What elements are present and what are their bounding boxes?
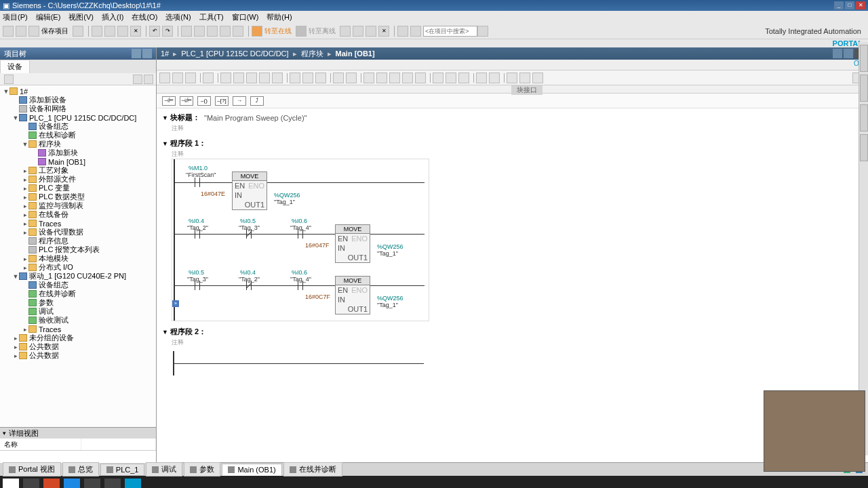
- cut-icon[interactable]: [92, 26, 102, 37]
- status-tab[interactable]: 在线并诊断: [283, 462, 342, 476]
- r2-a2[interactable]: %I0.5: [240, 218, 256, 224]
- r3-a2[interactable]: %I0.4: [240, 269, 256, 276]
- ed-tool-icon[interactable]: [346, 73, 357, 83]
- menu-tools[interactable]: 工具(T): [199, 12, 224, 22]
- tb-icon[interactable]: [194, 26, 205, 37]
- tree-node[interactable]: 设备和网络: [0, 104, 156, 113]
- r2-inval[interactable]: 16#047F: [305, 242, 330, 249]
- tree-collapse-icon[interactable]: [132, 49, 141, 58]
- bc-blocks[interactable]: 程序块: [301, 49, 323, 59]
- instr-branch-close[interactable]: ⤴: [250, 96, 264, 106]
- tb-icon[interactable]: [340, 26, 351, 37]
- undo-icon[interactable]: ↶: [149, 26, 160, 37]
- instr-box[interactable]: –[?]: [215, 96, 229, 106]
- expand-icon[interactable]: ▸: [12, 344, 19, 350]
- move-box-3[interactable]: MOVE ENENO IN OUT1: [335, 276, 370, 314]
- r2-a3[interactable]: %I0.6: [292, 218, 307, 224]
- close-button[interactable]: ✕: [856, 1, 865, 9]
- ed-tool-icon[interactable]: [333, 73, 344, 83]
- ed-tool-icon[interactable]: [446, 73, 456, 83]
- r1-inval[interactable]: 16#047E: [201, 190, 225, 197]
- expand-icon[interactable]: ▸: [22, 176, 28, 183]
- redo-icon[interactable]: ↷: [162, 26, 173, 37]
- taskbar-app-icon[interactable]: [64, 479, 80, 488]
- r2-oaddr[interactable]: %QW256: [377, 243, 403, 250]
- ed-tool-icon[interactable]: [203, 73, 214, 83]
- expand-icon[interactable]: ▸: [22, 256, 28, 262]
- start-button[interactable]: [3, 479, 19, 488]
- tree-tool-icon[interactable]: [144, 75, 153, 84]
- delete-icon[interactable]: ✕: [130, 26, 141, 37]
- ed-tool-icon[interactable]: [458, 73, 469, 83]
- task-card-icon[interactable]: [860, 75, 868, 102]
- taskbar-tia-icon[interactable]: [125, 479, 141, 488]
- ed-tool-icon[interactable]: [315, 73, 326, 83]
- expand-icon[interactable]: ▸: [12, 335, 19, 342]
- r2-otag[interactable]: "Tag_1": [377, 250, 398, 257]
- instr-no-contact[interactable]: ⊣⊢: [162, 96, 176, 106]
- tb-icon[interactable]: [397, 26, 408, 37]
- instr-branch[interactable]: →: [233, 96, 246, 106]
- net1-comment[interactable]: 注释: [162, 150, 863, 159]
- ed-tool-icon[interactable]: [532, 73, 543, 83]
- tree-pin-icon[interactable]: [142, 49, 152, 58]
- net2-comment[interactable]: 注释: [162, 338, 863, 347]
- ed-tool-icon[interactable]: [519, 73, 530, 83]
- open-project-icon[interactable]: [16, 26, 26, 37]
- insert-marker[interactable]: »: [172, 300, 179, 307]
- expand-icon[interactable]: ▸: [22, 229, 28, 236]
- upload-icon[interactable]: [233, 26, 243, 37]
- min-button[interactable]: _: [834, 1, 844, 9]
- expand-icon[interactable]: ▸: [22, 264, 28, 271]
- details-header[interactable]: ▾详细视图: [0, 428, 156, 439]
- move-box-1[interactable]: MOVE ENENO IN OUT1: [232, 171, 267, 210]
- r3-inval[interactable]: 16#0C7F: [305, 293, 330, 300]
- tree-node[interactable]: ▸在线备份: [0, 210, 156, 219]
- interface-drawer[interactable]: 块接口: [157, 85, 868, 94]
- network-1[interactable]: ▼程序段 1： 注释 %M1.0 "FirstScan" MOVE ENENO …: [162, 137, 863, 321]
- menu-view[interactable]: 视图(V): [68, 12, 94, 22]
- ed-tool-icon[interactable]: [363, 73, 374, 83]
- menu-window[interactable]: 窗口(W): [232, 12, 259, 22]
- task-view-icon[interactable]: [23, 479, 39, 488]
- no-contact[interactable]: [296, 229, 305, 239]
- cancel-icon[interactable]: ✕: [378, 26, 389, 37]
- tree-node[interactable]: 验收测试: [0, 316, 156, 325]
- ed-tool-icon[interactable]: [302, 73, 313, 83]
- go-offline-icon[interactable]: [296, 26, 307, 37]
- tree-node[interactable]: 添加新块: [0, 148, 156, 157]
- task-card-icon[interactable]: [860, 134, 868, 161]
- ed-tool-icon[interactable]: [489, 73, 500, 83]
- expand-icon[interactable]: ▸: [22, 211, 28, 218]
- expand-icon[interactable]: ▼: [3, 88, 9, 95]
- menu-help[interactable]: 帮助(H): [267, 12, 292, 22]
- no-contact[interactable]: [296, 281, 305, 290]
- r3-otag[interactable]: "Tag_1": [377, 302, 398, 308]
- new-project-icon[interactable]: [3, 26, 14, 37]
- expand-icon[interactable]: ▸: [22, 185, 28, 192]
- status-tab-active[interactable]: Main (OB1): [222, 464, 281, 476]
- instr-nc-contact[interactable]: ⊣/⊢: [180, 96, 193, 106]
- r3-oaddr[interactable]: %QW256: [377, 295, 403, 302]
- ed-max-icon[interactable]: [844, 49, 853, 58]
- ed-tool-icon[interactable]: [376, 73, 387, 83]
- no-contact[interactable]: [193, 281, 202, 290]
- ed-tool-icon[interactable]: [233, 73, 244, 83]
- ed-tool-icon[interactable]: [290, 73, 300, 83]
- ed-tool-icon[interactable]: [272, 73, 283, 83]
- no-contact[interactable]: [193, 178, 202, 187]
- save-label[interactable]: 保存项目: [41, 26, 68, 36]
- ed-tool-icon[interactable]: [389, 73, 400, 83]
- bc-project[interactable]: 1#: [161, 49, 169, 58]
- ed-tool-icon[interactable]: [402, 73, 413, 83]
- task-card-icon[interactable]: [860, 104, 868, 131]
- device-tree[interactable]: ▼1#添加新设备设备和网络▼PLC_1 [CPU 1215C DC/DC/DC]…: [0, 85, 156, 427]
- taskbar-app-icon[interactable]: [104, 479, 121, 488]
- tb-icon[interactable]: [181, 26, 192, 37]
- instr-coil[interactable]: –(): [197, 96, 211, 106]
- search-home-icon[interactable]: [477, 26, 488, 37]
- expand-icon[interactable]: ▼: [12, 273, 19, 280]
- go-online-icon[interactable]: [252, 26, 262, 37]
- tree-node[interactable]: ▸公共数据: [0, 351, 156, 360]
- tb-icon[interactable]: [366, 26, 376, 37]
